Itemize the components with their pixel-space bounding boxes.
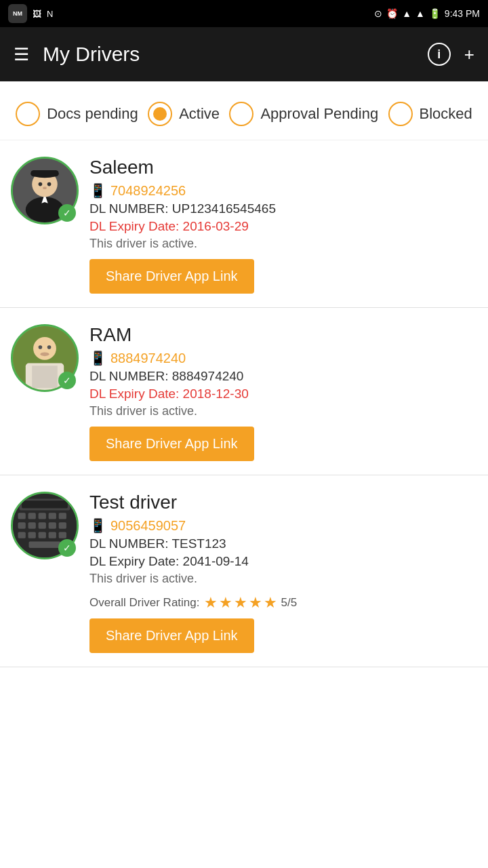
info-icon: i <box>437 47 441 62</box>
driver-name-saleem: Saleem <box>89 157 477 178</box>
check-badge-ram: ✓ <box>58 372 76 389</box>
svg-rect-22 <box>18 522 26 528</box>
radio-active-fill <box>153 107 167 121</box>
radio-active[interactable] <box>148 102 172 126</box>
svg-rect-29 <box>39 532 46 538</box>
phone-number-ram: 8884974240 <box>110 351 186 366</box>
driver-info-test: Test driver 📱 9056459057 DL NUMBER: TEST… <box>89 492 477 653</box>
check-badge-test: ✓ <box>58 539 76 557</box>
stars-test: ★ ★ ★ ★ ★ <box>204 594 277 612</box>
svg-rect-32 <box>29 542 61 548</box>
status-bar-left: NM 🖼 N <box>8 4 53 23</box>
star-3: ★ <box>234 594 247 612</box>
avatar-container-ram[interactable]: ✓ <box>11 324 79 392</box>
svg-point-6 <box>39 182 43 186</box>
svg-point-15 <box>40 353 49 357</box>
driver-dl-ram: DL NUMBER: 8884974240 <box>89 369 477 384</box>
driver-dl-saleem: DL NUMBER: UP123416545465 <box>89 201 477 216</box>
svg-rect-12 <box>32 366 58 388</box>
notification-icon-2: N <box>47 9 53 19</box>
rating-score-test: 5/5 <box>281 596 298 610</box>
filter-active[interactable]: Active <box>148 102 220 126</box>
svg-rect-31 <box>59 532 66 538</box>
driver-phone-ram: 📱 8884974240 <box>89 350 477 366</box>
star-4: ★ <box>249 594 262 612</box>
svg-rect-34 <box>22 500 68 508</box>
share-driver-link-button-saleem[interactable]: Share Driver App Link <box>89 259 254 294</box>
filter-row: Docs pending Active Approval Pending Blo… <box>0 81 488 140</box>
menu-icon[interactable]: ☰ <box>14 45 29 63</box>
driver-card-test: ✓ Test driver 📱 9056459057 DL NUMBER: TE… <box>0 475 488 667</box>
add-icon: + <box>464 44 474 64</box>
phone-number-saleem: 7048924256 <box>110 183 186 199</box>
star-2: ★ <box>219 594 232 612</box>
radio-docs-pending[interactable] <box>16 102 40 126</box>
driver-status-saleem: This driver is active. <box>89 237 477 251</box>
svg-point-13 <box>39 345 43 349</box>
driver-status-test: This driver is active. <box>89 572 477 586</box>
rating-row-test: Overall Driver Rating: ★ ★ ★ ★ ★ 5/5 <box>89 594 477 612</box>
filter-docs-pending[interactable]: Docs pending <box>16 102 138 126</box>
driver-dl-test: DL NUMBER: TEST123 <box>89 536 477 551</box>
svg-point-14 <box>47 345 52 349</box>
phone-icon-saleem: 📱 <box>89 182 106 199</box>
alarm-icon: ⏰ <box>386 8 398 19</box>
record-icon: ⊙ <box>374 8 382 19</box>
svg-rect-20 <box>49 513 56 519</box>
filter-label-blocked: Blocked <box>420 105 472 123</box>
add-driver-button[interactable]: + <box>464 44 474 65</box>
svg-rect-17 <box>18 513 26 519</box>
radio-approval-pending[interactable] <box>229 102 253 126</box>
phone-icon-ram: 📱 <box>89 350 106 366</box>
avatar-container-saleem[interactable]: ✓ <box>11 157 79 224</box>
signal-icon: ▲ <box>415 8 425 19</box>
svg-rect-5 <box>30 170 58 176</box>
wifi-icon: ▲ <box>402 8 411 19</box>
driver-phone-test: 📱 9056459057 <box>89 517 477 534</box>
time-display: 9:43 PM <box>445 8 480 19</box>
phone-icon-test: 📱 <box>89 517 106 534</box>
svg-rect-18 <box>28 513 36 519</box>
phone-number-test: 9056459057 <box>110 518 186 534</box>
svg-rect-28 <box>28 532 36 538</box>
driver-name-ram: RAM <box>89 324 477 346</box>
svg-rect-21 <box>59 513 66 519</box>
info-button[interactable]: i <box>428 43 451 66</box>
notification-icon-1: 🖼 <box>33 9 41 19</box>
driver-expiry-saleem: DL Expiry Date: 2016-03-29 <box>89 219 477 234</box>
status-bar: NM 🖼 N ⊙ ⏰ ▲ ▲ 🔋 9:43 PM <box>0 0 488 27</box>
svg-rect-19 <box>39 513 46 519</box>
svg-rect-24 <box>39 522 46 528</box>
app-icon-1: NM <box>8 4 27 23</box>
driver-phone-saleem: 📱 7048924256 <box>89 182 477 199</box>
filter-blocked[interactable]: Blocked <box>388 102 472 126</box>
avatar-container-test[interactable]: ✓ <box>11 492 79 559</box>
filter-label-approval-pending: Approval Pending <box>260 105 378 123</box>
page-title: My Drivers <box>43 43 414 66</box>
check-badge-saleem: ✓ <box>58 204 76 222</box>
svg-point-7 <box>47 182 52 186</box>
svg-point-10 <box>33 337 56 360</box>
driver-expiry-ram: DL Expiry Date: 2018-12-30 <box>89 387 477 401</box>
driver-name-test: Test driver <box>89 492 477 513</box>
svg-point-8 <box>43 186 47 189</box>
svg-rect-25 <box>49 522 56 528</box>
share-driver-link-button-test[interactable]: Share Driver App Link <box>89 618 254 653</box>
svg-rect-30 <box>49 532 56 538</box>
status-bar-right: ⊙ ⏰ ▲ ▲ 🔋 9:43 PM <box>374 8 480 19</box>
rating-label-test: Overall Driver Rating: <box>89 596 200 610</box>
radio-blocked[interactable] <box>388 102 413 126</box>
driver-card-saleem: ✓ Saleem 📱 7048924256 DL NUMBER: UP12341… <box>0 140 488 308</box>
svg-rect-27 <box>18 532 26 538</box>
svg-rect-26 <box>59 522 66 528</box>
driver-info-ram: RAM 📱 8884974240 DL NUMBER: 8884974240 D… <box>89 324 477 461</box>
driver-info-saleem: Saleem 📱 7048924256 DL NUMBER: UP1234165… <box>89 157 477 294</box>
star-5: ★ <box>264 594 277 612</box>
battery-icon: 🔋 <box>429 8 441 19</box>
filter-approval-pending[interactable]: Approval Pending <box>229 102 378 126</box>
driver-list: ✓ Saleem 📱 7048924256 DL NUMBER: UP12341… <box>0 140 488 667</box>
filter-label-docs-pending: Docs pending <box>47 105 138 123</box>
svg-rect-23 <box>28 522 36 528</box>
top-bar: ☰ My Drivers i + <box>0 27 488 81</box>
share-driver-link-button-ram[interactable]: Share Driver App Link <box>89 427 254 461</box>
